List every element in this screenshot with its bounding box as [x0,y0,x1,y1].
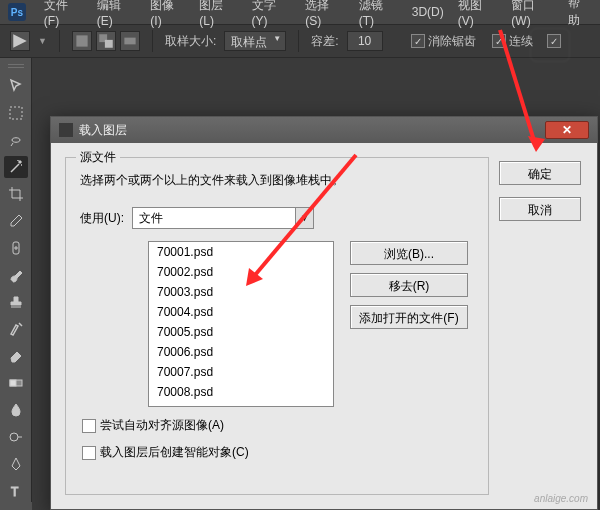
list-item[interactable]: 70004.psd [149,302,333,322]
tools-panel: T [0,58,32,502]
fieldset-legend: 源文件 [76,149,120,166]
close-button[interactable]: ✕ [545,121,589,139]
sample-all-icon[interactable] [96,31,116,51]
menu-layer[interactable]: 图层(L) [199,0,237,28]
sample-mode-icons [72,31,140,51]
crop-tool[interactable] [4,183,28,205]
svg-rect-4 [10,107,22,119]
watermark-icon [530,28,570,62]
type-tool[interactable]: T [4,480,28,502]
sample-size-label: 取样大小: [165,33,216,50]
stamp-tool[interactable] [4,291,28,313]
watermark-text: anlaige.com [534,493,588,504]
healing-tool[interactable] [4,237,28,259]
source-fieldset: 源文件 选择两个或两个以上的文件来载入到图像堆栈中。 使用(U): 文件 ▼ 7… [65,157,489,495]
options-bar: ▼ 取样大小: 取样点 ▼ 容差: ✓消除锯齿 ✓连续 ✓ [0,24,600,58]
list-item[interactable]: 70005.psd [149,322,333,342]
menu-edit[interactable]: 编辑(E) [97,0,137,28]
svg-rect-0 [76,35,87,46]
hint-text: 选择两个或两个以上的文件来载入到图像堆栈中。 [80,172,474,189]
pen-tool[interactable] [4,453,28,475]
antialias-checkbox[interactable]: ✓消除锯齿 [411,33,476,50]
svg-text:T: T [11,485,19,499]
remove-button[interactable]: 移去(R) [350,273,468,297]
menu-file[interactable]: 文件(F) [44,0,83,28]
list-item[interactable]: 70007.psd [149,362,333,382]
dialog-titlebar[interactable]: 载入图层 ✕ [51,117,597,143]
list-item[interactable]: 70006.psd [149,342,333,362]
tool-preset-icon[interactable] [10,31,30,51]
blur-tool[interactable] [4,399,28,421]
dodge-tool[interactable] [4,426,28,448]
gradient-tool[interactable] [4,372,28,394]
eyedropper-tool[interactable] [4,210,28,232]
list-item[interactable]: 70002.psd [149,262,333,282]
menu-image[interactable]: 图像(I) [150,0,185,28]
create-smart-object-checkbox[interactable]: 载入图层后创建智能对象(C) [82,444,474,461]
menu-3d[interactable]: 3D(D) [412,5,444,19]
ok-button[interactable]: 确定 [499,161,581,185]
history-brush-tool[interactable] [4,318,28,340]
magic-wand-tool[interactable] [4,156,28,178]
browse-button[interactable]: 浏览(B)... [350,241,468,265]
menu-select[interactable]: 选择(S) [305,0,345,28]
tolerance-label: 容差: [311,33,338,50]
use-label: 使用(U): [80,210,124,227]
menu-window[interactable]: 窗口(W) [511,0,554,28]
svg-rect-3 [124,38,135,45]
menu-filter[interactable]: 滤镜(T) [359,0,398,28]
sample-merged-icon[interactable] [120,31,140,51]
chevron-down-icon[interactable]: ▼ [296,207,314,229]
menubar: Ps 文件(F) 编辑(E) 图像(I) 图层(L) 文字(Y) 选择(S) 滤… [0,0,600,24]
sample-size-select[interactable]: 取样点 ▼ [224,31,286,51]
lasso-tool[interactable] [4,129,28,151]
list-item[interactable]: 70009.psd [149,402,333,407]
eraser-tool[interactable] [4,345,28,367]
list-item[interactable]: 70001.psd [149,242,333,262]
brush-tool[interactable] [4,264,28,286]
move-tool[interactable] [4,75,28,97]
use-combo[interactable]: 文件 ▼ [132,207,314,229]
ps-logo-icon: Ps [8,3,26,21]
tolerance-input[interactable] [347,31,383,51]
menu-view[interactable]: 视图(V) [458,0,498,28]
svg-point-8 [10,433,18,441]
svg-rect-7 [10,380,16,386]
marquee-tool[interactable] [4,102,28,124]
file-listbox[interactable]: 70001.psd 70002.psd 70003.psd 70004.psd … [148,241,334,407]
dialog-icon [59,123,73,137]
dialog-title: 载入图层 [79,122,545,139]
contiguous-checkbox[interactable]: ✓连续 [492,33,533,50]
list-item[interactable]: 70003.psd [149,282,333,302]
add-open-files-button[interactable]: 添加打开的文件(F) [350,305,468,329]
cancel-button[interactable]: 取消 [499,197,581,221]
list-item[interactable]: 70008.psd [149,382,333,402]
menu-help[interactable]: 帮助 [568,0,592,29]
menu-type[interactable]: 文字(Y) [252,0,292,28]
sample-layers-icon[interactable] [72,31,92,51]
load-layers-dialog: 载入图层 ✕ 源文件 选择两个或两个以上的文件来载入到图像堆栈中。 使用(U):… [50,116,598,510]
svg-rect-2 [105,40,113,48]
auto-align-checkbox[interactable]: 尝试自动对齐源图像(A) [82,417,474,434]
